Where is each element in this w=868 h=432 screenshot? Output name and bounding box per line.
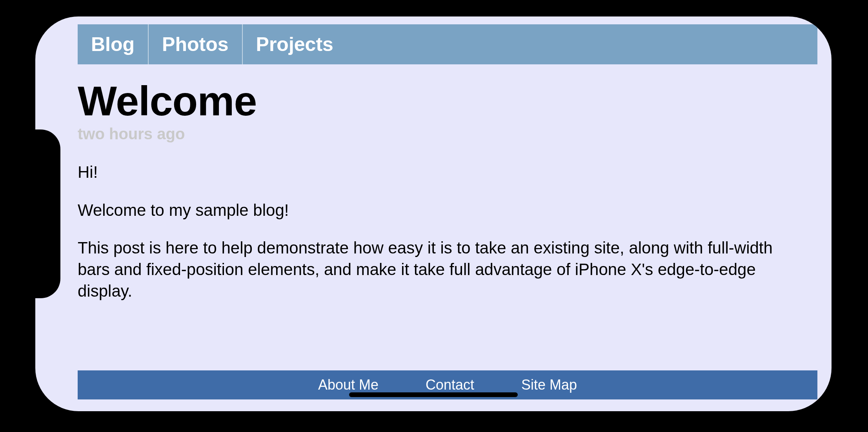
footer-link-about[interactable]: About Me — [318, 377, 378, 393]
post-timestamp: two hours ago — [78, 125, 777, 143]
phone-frame: Blog Photos Projects Welcome two hours a… — [12, 4, 855, 424]
footer-link-contact[interactable]: Contact — [426, 377, 474, 393]
post-content: Welcome two hours ago Hi! Welcome to my … — [78, 79, 777, 411]
side-button-bottom-2 — [180, 422, 251, 426]
post-paragraph: This post is here to help demonstrate ho… — [78, 237, 777, 302]
sensor-notch — [35, 129, 60, 298]
nav-tab-label: Blog — [91, 33, 135, 56]
top-nav-bar: Blog Photos Projects — [78, 24, 817, 64]
post-paragraph: Hi! — [78, 162, 777, 183]
home-indicator[interactable] — [349, 392, 518, 397]
nav-tab-photos[interactable]: Photos — [149, 24, 242, 64]
post-body: Hi! Welcome to my sample blog! This post… — [78, 162, 777, 302]
nav-tab-projects[interactable]: Projects — [243, 24, 347, 64]
side-button-bottom-1 — [110, 422, 157, 426]
nav-tab-label: Photos — [162, 33, 228, 56]
footer-link-sitemap[interactable]: Site Map — [521, 377, 577, 393]
nav-tab-blog[interactable]: Blog — [78, 24, 149, 64]
side-button-top — [165, 2, 243, 6]
post-title: Welcome — [78, 79, 777, 123]
phone-screen: Blog Photos Projects Welcome two hours a… — [35, 16, 832, 411]
nav-tab-label: Projects — [256, 33, 333, 56]
post-paragraph: Welcome to my sample blog! — [78, 200, 777, 221]
